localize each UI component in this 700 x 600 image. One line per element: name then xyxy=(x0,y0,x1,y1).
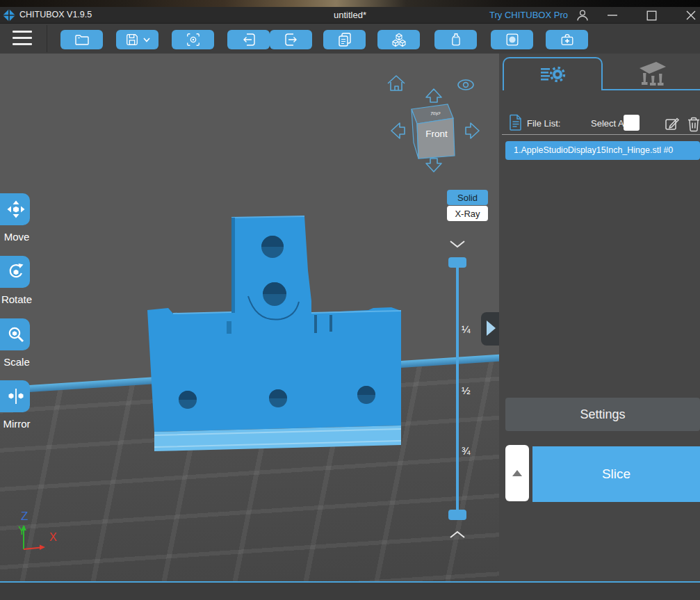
toolbar-divider xyxy=(47,25,47,52)
redo-arrow-icon xyxy=(283,31,300,48)
tab-underline xyxy=(601,89,700,90)
clip-slider-track[interactable] xyxy=(456,262,459,516)
home-view-button[interactable] xyxy=(391,78,409,96)
slice-button[interactable]: Slice xyxy=(532,446,700,502)
capture-gear-icon xyxy=(186,32,201,47)
select-all-label: Select All xyxy=(591,118,628,129)
undo-arrow-icon xyxy=(241,31,257,48)
file-list-divider xyxy=(502,134,700,135)
close-button[interactable] xyxy=(685,10,697,21)
app-title: CHITUBOX V1.9.5 xyxy=(19,7,92,23)
hole-icon xyxy=(505,32,520,47)
rotate-tool-button[interactable] xyxy=(0,256,30,288)
axis-gizmo xyxy=(19,521,49,553)
viewport-3d[interactable]: Move Rotate Scale Mirror xyxy=(0,54,499,581)
main-toolbar xyxy=(0,24,700,54)
mirror-icon xyxy=(7,387,25,405)
collapse-arrow-right-icon xyxy=(487,321,496,336)
repair-kit-icon xyxy=(560,32,575,47)
save-button[interactable] xyxy=(116,30,158,49)
slider-half-label: ½ xyxy=(462,384,471,396)
scale-tool-label: Scale xyxy=(0,356,36,368)
rotate-view-down-arrow[interactable] xyxy=(425,158,442,172)
minimize-button[interactable] xyxy=(607,14,618,17)
scale-tool-button[interactable] xyxy=(0,318,30,350)
cubes-icon xyxy=(391,31,407,48)
scale-icon xyxy=(7,325,25,343)
document-title: untitled* xyxy=(334,7,366,23)
slider-quarter-label: ¼ xyxy=(462,323,471,335)
maximize-button[interactable] xyxy=(646,10,657,21)
copy-pages-icon xyxy=(336,31,353,48)
tab-supports[interactable] xyxy=(604,57,700,90)
right-panel: File List: Select All 1.AppleStudioDispl… xyxy=(499,54,700,581)
tab-settings[interactable] xyxy=(503,57,603,90)
app-logo-icon xyxy=(3,9,15,22)
dig-hole-button[interactable] xyxy=(491,30,533,49)
move-tool-label: Move xyxy=(0,231,36,243)
bottle-icon xyxy=(448,32,464,47)
clip-slider-bottom-handle[interactable] xyxy=(448,510,466,520)
triangle-up-icon xyxy=(512,470,522,476)
save-icon xyxy=(125,33,139,47)
hamburger-menu-button[interactable] xyxy=(13,30,32,47)
view-mode-solid-button[interactable]: Solid xyxy=(447,190,488,205)
status-bar xyxy=(0,583,700,600)
repair-button[interactable] xyxy=(546,30,588,49)
edit-file-icon[interactable] xyxy=(664,115,681,132)
desktop-background-strip xyxy=(0,0,700,7)
rotate-icon xyxy=(7,263,25,281)
file-document-icon xyxy=(509,114,523,131)
visibility-eye-button[interactable] xyxy=(458,79,475,92)
hamburger-bar xyxy=(13,37,32,39)
hamburger-bar xyxy=(13,43,32,45)
folder-icon xyxy=(74,31,90,48)
rotate-view-up-arrow[interactable] xyxy=(425,89,442,103)
hollow-button[interactable] xyxy=(434,30,477,49)
screenshot-button[interactable] xyxy=(172,30,214,49)
settings-button[interactable]: Settings xyxy=(505,398,700,431)
file-list-item[interactable]: 1.AppleStudioDisplay15Inch_Hinge.stl #0 xyxy=(505,141,700,160)
try-pro-link[interactable]: Try CHITUBOX Pro xyxy=(489,7,568,23)
redo-button[interactable] xyxy=(270,30,312,49)
rotate-view-left-arrow[interactable] xyxy=(391,122,405,139)
copy-button[interactable] xyxy=(323,30,366,49)
open-file-button[interactable] xyxy=(60,30,103,49)
view-cube-front-face[interactable]: Front xyxy=(418,129,455,139)
select-all-checkbox[interactable] xyxy=(624,115,640,131)
mirror-tool-button[interactable] xyxy=(0,380,30,412)
clip-slider-top-handle[interactable] xyxy=(448,257,466,268)
axis-x-label: X xyxy=(49,531,57,544)
slider-three-quarter-label: ¾ xyxy=(462,445,471,457)
view-mode-xray-button[interactable]: X-Ray xyxy=(447,206,488,221)
user-account-icon[interactable] xyxy=(576,8,589,22)
rotate-view-right-arrow[interactable] xyxy=(464,122,478,139)
settings-list-gear-icon xyxy=(539,63,566,86)
slider-chevron-up-icon[interactable] xyxy=(449,530,466,539)
rotate-tool-label: Rotate xyxy=(0,293,36,305)
undo-button[interactable] xyxy=(227,30,270,49)
chitubox-window: CHITUBOX V1.9.5 untitled* Try CHITUBOX P… xyxy=(0,0,700,600)
save-dropdown-chevron-icon[interactable] xyxy=(143,38,150,42)
delete-file-trash-icon[interactable] xyxy=(686,115,700,132)
file-list-label: File List: xyxy=(527,118,560,129)
hamburger-bar xyxy=(13,31,32,33)
mirror-tool-label: Mirror xyxy=(0,418,36,430)
slice-expand-button[interactable] xyxy=(505,445,529,501)
slider-chevron-down-icon[interactable] xyxy=(449,240,466,249)
titlebar: CHITUBOX V1.9.5 untitled* Try CHITUBOX P… xyxy=(0,7,700,24)
move-tool-button[interactable] xyxy=(0,193,30,225)
move-icon xyxy=(7,200,25,218)
panel-collapse-tab[interactable] xyxy=(481,312,499,346)
supports-icon xyxy=(636,60,668,88)
auto-layout-button[interactable] xyxy=(377,30,420,49)
